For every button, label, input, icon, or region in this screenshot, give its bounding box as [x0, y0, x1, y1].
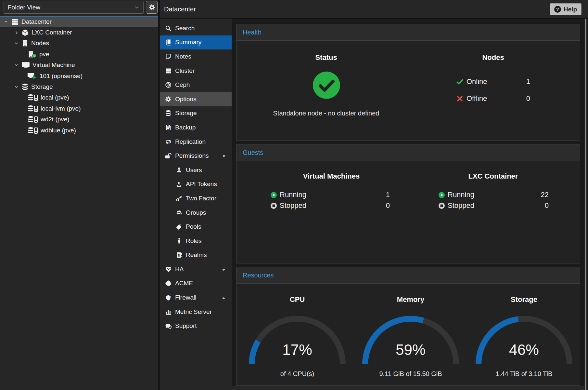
menu-item-cluster[interactable]: Cluster: [160, 64, 232, 78]
memory-caption: 9.11 GiB of 15.50 GiB: [359, 370, 463, 378]
guests-panel-title: Guests: [236, 144, 580, 161]
tree-item-label: LXC Container: [32, 29, 72, 36]
expander-down-icon[interactable]: [14, 63, 21, 67]
memory-percent: 59%: [359, 341, 463, 358]
help-button-label: Help: [564, 6, 577, 13]
cpu-caption: of 4 CPU(s): [245, 370, 349, 378]
tree-item-storage-wdblue[interactable]: wdblue (pve): [0, 125, 158, 136]
database-icon: [21, 83, 29, 90]
menu-item-realms[interactable]: Realms: [160, 248, 232, 262]
book-icon: [164, 39, 172, 46]
tree-item-pve[interactable]: pve: [0, 49, 158, 60]
expander-down-icon[interactable]: [14, 41, 21, 46]
vm-stopped-count: 0: [386, 201, 390, 210]
monitor-icon: [21, 61, 30, 69]
menu-item-firewall[interactable]: Firewall ▸: [160, 290, 232, 305]
caret-down-icon: ▾: [223, 154, 225, 158]
menu-item-notes[interactable]: Notes: [160, 49, 232, 64]
vm-running-row: Running 1: [270, 191, 390, 199]
guests-panel: Guests Virtual Machines LXC Container Ru…: [236, 144, 580, 263]
scrollbar-thumb[interactable]: [585, 19, 586, 390]
menu-item-options[interactable]: Options: [160, 92, 232, 106]
menu-item-groups[interactable]: Groups: [160, 206, 232, 220]
tree-item-label: local (pve): [41, 94, 69, 101]
menu-item-ceph[interactable]: Ceph: [160, 78, 232, 92]
database-icon: [164, 110, 172, 116]
menu-item-roles[interactable]: Roles: [160, 234, 232, 248]
lxc-running-row: Running 22: [438, 191, 549, 199]
check-icon: [456, 78, 464, 86]
help-button[interactable]: ? Help: [550, 3, 582, 15]
menu-item-metric-server[interactable]: Metric Server: [160, 305, 232, 319]
offline-count: 0: [526, 94, 530, 103]
menu-item-api-tokens[interactable]: API Tokens: [160, 177, 232, 192]
tree-item-nodes[interactable]: Nodes: [0, 38, 158, 49]
person-icon: [175, 238, 183, 244]
view-mode-select[interactable]: Folder View: [4, 1, 144, 14]
storage-disk-icon: [27, 94, 38, 101]
vertical-scrollbar[interactable]: [584, 19, 588, 390]
menu-item-storage[interactable]: Storage: [160, 106, 232, 121]
datacenter-menu: Search Summary Notes Cluster Ceph Option…: [160, 19, 232, 390]
ceph-icon: [164, 82, 172, 88]
tree-item-storage-wd2t[interactable]: wd2t (pve): [0, 114, 158, 125]
menu-item-users[interactable]: Users: [160, 163, 232, 177]
cpu-gauge: CPU 17% of 4 CPU(s): [245, 284, 349, 385]
play-circle-icon: [438, 192, 445, 198]
tree-item-label: Nodes: [31, 40, 49, 47]
lxc-running-count: 22: [541, 191, 549, 199]
menu-item-support[interactable]: Support: [160, 319, 232, 333]
memory-gauge: Memory 59% 9.11 GiB of 15.50 GiB: [359, 284, 463, 385]
search-icon: [164, 25, 172, 32]
view-mode-label: Folder View: [8, 4, 40, 11]
health-panel-title: Health: [236, 24, 580, 41]
running-label: Running: [280, 191, 306, 199]
floppy-icon: [164, 124, 172, 131]
menu-item-permissions[interactable]: Permissions ▾: [160, 149, 232, 163]
tree-item-virtual-machine[interactable]: Virtual Machine: [0, 60, 158, 71]
tree-item-storage[interactable]: Storage: [0, 81, 158, 92]
caret-right-icon: ▸: [223, 267, 225, 272]
stop-circle-icon: [438, 202, 445, 209]
stop-circle-icon: [270, 202, 277, 209]
tree-item-label: Storage: [31, 83, 53, 90]
menu-item-summary[interactable]: Summary: [160, 35, 232, 50]
storage-disk-icon: [27, 127, 38, 134]
expander-down-icon[interactable]: [14, 85, 21, 89]
menu-item-acme[interactable]: ACME: [160, 276, 232, 291]
resource-tree: Datacenter LXC Container Nodes pve Virtu…: [0, 16, 158, 136]
resource-tree-panel: Folder View Datacenter LXC Container N: [0, 0, 158, 390]
cpu-percent: 17%: [245, 341, 349, 358]
expander-right-icon[interactable]: [14, 31, 21, 35]
status-column-title: Status: [315, 53, 337, 62]
tree-item-storage-local-lvm[interactable]: local-lvm (pve): [0, 103, 158, 114]
expander-down-icon[interactable]: [4, 20, 11, 24]
menu-item-two-factor[interactable]: Two Factor: [160, 191, 232, 206]
tree-item-storage-local[interactable]: local (pve): [0, 92, 158, 103]
tree-item-lxc-container[interactable]: LXC Container: [0, 27, 158, 38]
stopped-label: Stopped: [280, 201, 306, 210]
tree-item-vm-101[interactable]: 101 (opnsense): [0, 71, 158, 81]
unlock-icon: [164, 153, 172, 159]
gear-icon: [148, 4, 155, 11]
note-icon: [164, 53, 172, 60]
tree-item-datacenter[interactable]: Datacenter: [0, 16, 158, 27]
node-online-icon: [27, 51, 37, 58]
cluster-status-message: Standalone node - no cluster defined: [261, 110, 391, 117]
resources-panel-title: Resources: [236, 267, 580, 284]
menu-item-replication[interactable]: Replication: [160, 135, 232, 149]
key-icon: [175, 195, 183, 202]
cross-icon: [456, 95, 464, 102]
menu-item-pools[interactable]: Pools: [160, 220, 232, 234]
tree-settings-button[interactable]: [146, 1, 158, 14]
menu-item-ha[interactable]: HA ▸: [160, 262, 232, 276]
vm-running-count: 1: [386, 191, 390, 199]
cube-icon: [21, 29, 29, 36]
running-label: Running: [448, 191, 474, 199]
health-panel: Health Status Nodes Standalone node - no…: [236, 24, 580, 141]
menu-item-backup[interactable]: Backup: [160, 120, 232, 135]
play-circle-icon: [270, 192, 277, 198]
user-icon: [175, 167, 183, 173]
horizontal-scroll-strip[interactable]: [232, 386, 588, 390]
menu-item-search[interactable]: Search: [160, 21, 232, 35]
